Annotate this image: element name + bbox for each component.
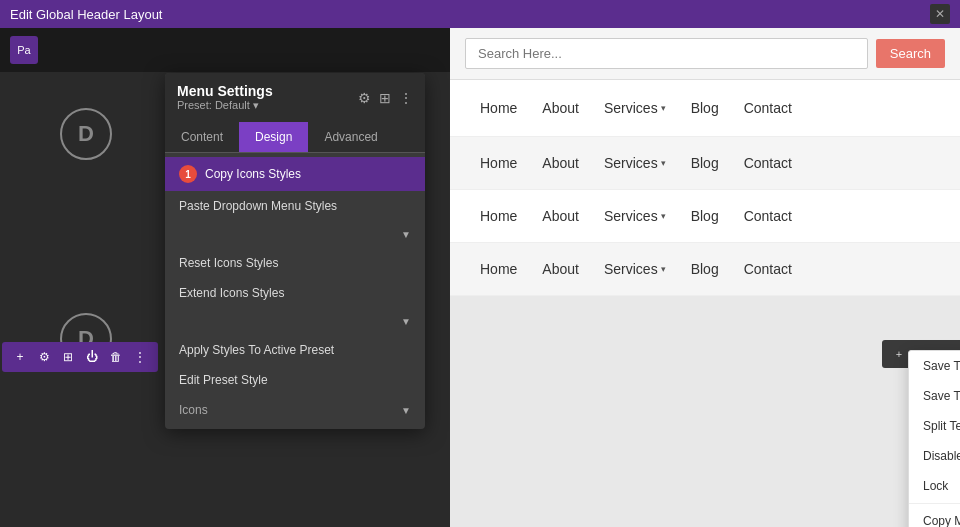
section-divider-1: ▼ [165, 221, 425, 248]
menu-settings-title-group: Menu Settings Preset: Default ▾ [177, 83, 273, 112]
nav-services-1[interactable]: Services ▾ [604, 100, 666, 116]
nav-about-1[interactable]: About [542, 100, 579, 116]
search-area: Search [450, 28, 960, 80]
nav-about-2[interactable]: About [542, 155, 579, 171]
nav-blog-1[interactable]: Blog [691, 100, 719, 116]
tab-design[interactable]: Design [239, 122, 308, 152]
left-panel: Pa D Menu Settings Preset: Default ▾ ⚙ ⊞… [0, 28, 450, 527]
nav-contact-1[interactable]: Contact [744, 100, 792, 116]
rcm-disable[interactable]: Disable [909, 441, 960, 471]
search-button[interactable]: Search [876, 39, 945, 68]
rcm-save-to-library[interactable]: Save To Library [909, 351, 960, 381]
services-dropdown-arrow-2: ▾ [661, 158, 666, 168]
rcm-lock[interactable]: Lock [909, 471, 960, 501]
badge-1: 1 [179, 165, 197, 183]
settings-icon[interactable]: ⚙ [358, 90, 371, 106]
layout-icon-toolbar[interactable]: ⊞ [58, 347, 78, 367]
nav-about-4[interactable]: About [542, 261, 579, 277]
menu-settings-preset: Preset: Default ▾ [177, 99, 273, 112]
nav-home-1[interactable]: Home [480, 100, 517, 116]
apply-styles-label: Apply Styles To Active Preset [179, 343, 334, 357]
menu-settings-popup: Menu Settings Preset: Default ▾ ⚙ ⊞ ⋮ Co… [165, 73, 425, 429]
tab-content[interactable]: Content [165, 122, 239, 152]
nav-section-4: Home About Services ▾ Blog Contact [450, 243, 960, 296]
title-bar-left: Edit Global Header Layout [10, 7, 162, 22]
module-add-icon[interactable]: + [890, 345, 908, 363]
nav-services-3[interactable]: Services ▾ [604, 208, 666, 224]
extend-icons-styles-label: Extend Icons Styles [179, 286, 284, 300]
nav-section-3: Home About Services ▾ Blog Contact [450, 190, 960, 243]
tab-advanced[interactable]: Advanced [308, 122, 393, 152]
context-menu-list-1: 1 Copy Icons Styles Paste Dropdown Menu … [165, 153, 425, 429]
nav-contact-4[interactable]: Contact [744, 261, 792, 277]
services-dropdown-arrow-4: ▾ [661, 264, 666, 274]
nav-contact-3[interactable]: Contact [744, 208, 792, 224]
menu-settings-icons: ⚙ ⊞ ⋮ [358, 90, 413, 106]
paste-dropdown-label: Paste Dropdown Menu Styles [179, 199, 337, 213]
nav-blog-3[interactable]: Blog [691, 208, 719, 224]
nav-blog-2[interactable]: Blog [691, 155, 719, 171]
nav-home-2[interactable]: Home [480, 155, 517, 171]
rcm-divider-1 [909, 503, 960, 504]
paste-dropdown-menu-styles-item[interactable]: Paste Dropdown Menu Styles [165, 191, 425, 221]
section-divider-3: Icons ▼ [165, 395, 425, 425]
panel-topbar: Pa [0, 28, 450, 72]
rcm-save-to-cloud[interactable]: Save To Divi Cloud [909, 381, 960, 411]
chevron-icon-1: ▼ [401, 229, 411, 240]
title-bar: Edit Global Header Layout ✕ [0, 0, 960, 28]
nav-section-1: Home About Services ▾ Blog Contact [450, 80, 960, 137]
chevron-icon-2: ▼ [401, 316, 411, 327]
copy-icons-styles-label: Copy Icons Styles [205, 167, 301, 181]
nav-section-2: Home About Services ▾ Blog Contact [450, 137, 960, 190]
search-input[interactable] [465, 38, 868, 69]
right-panel: Search Home About Services ▾ Blog Contac… [450, 28, 960, 527]
nav-home-4[interactable]: Home [480, 261, 517, 277]
chevron-icon-3: ▼ [401, 405, 411, 416]
power-icon-toolbar[interactable]: ⏻ [82, 347, 102, 367]
reset-icons-styles-label: Reset Icons Styles [179, 256, 278, 270]
nav-home-3[interactable]: Home [480, 208, 517, 224]
main-layout: Pa D Menu Settings Preset: Default ▾ ⚙ ⊞… [0, 28, 960, 527]
nav-blog-4[interactable]: Blog [691, 261, 719, 277]
menu-settings-title: Menu Settings [177, 83, 273, 99]
section-divider-2: ▼ [165, 308, 425, 335]
nav-contact-2[interactable]: Contact [744, 155, 792, 171]
panel-topbar-icon: Pa [10, 36, 38, 64]
nav-services-4[interactable]: Services ▾ [604, 261, 666, 277]
reset-icons-styles-item[interactable]: Reset Icons Styles [165, 248, 425, 278]
layout-icon[interactable]: ⊞ [379, 90, 391, 106]
edit-preset-style-label: Edit Preset Style [179, 373, 268, 387]
copy-icons-styles-item[interactable]: 1 Copy Icons Styles [165, 157, 425, 191]
right-context-menu: Save To Library Save To Divi Cloud Split… [908, 350, 960, 527]
nav-about-3[interactable]: About [542, 208, 579, 224]
services-dropdown-arrow-3: ▾ [661, 211, 666, 221]
menu-settings-header: Menu Settings Preset: Default ▾ ⚙ ⊞ ⋮ [165, 73, 425, 122]
more-icon[interactable]: ⋮ [399, 90, 413, 106]
close-button[interactable]: ✕ [930, 4, 950, 24]
divi-logo-1: D [60, 108, 112, 160]
icons-label: Icons [179, 403, 208, 417]
settings-icon-toolbar[interactable]: ⚙ [34, 347, 54, 367]
add-icon[interactable]: + [10, 347, 30, 367]
services-dropdown-arrow-1: ▾ [661, 103, 666, 113]
bottom-toolbar: + ⚙ ⊞ ⏻ 🗑 ⋮ [2, 342, 158, 372]
rcm-copy-module[interactable]: Copy Module [909, 506, 960, 527]
edit-preset-style-item[interactable]: Edit Preset Style [165, 365, 425, 395]
delete-icon-toolbar[interactable]: 🗑 [106, 347, 126, 367]
menu-tabs: Content Design Advanced [165, 122, 425, 153]
nav-services-2[interactable]: Services ▾ [604, 155, 666, 171]
apply-styles-item[interactable]: Apply Styles To Active Preset [165, 335, 425, 365]
rcm-split-test[interactable]: Split Test [909, 411, 960, 441]
title-bar-title: Edit Global Header Layout [10, 7, 162, 22]
extend-icons-styles-item[interactable]: Extend Icons Styles [165, 278, 425, 308]
more-icon-toolbar[interactable]: ⋮ [130, 347, 150, 367]
